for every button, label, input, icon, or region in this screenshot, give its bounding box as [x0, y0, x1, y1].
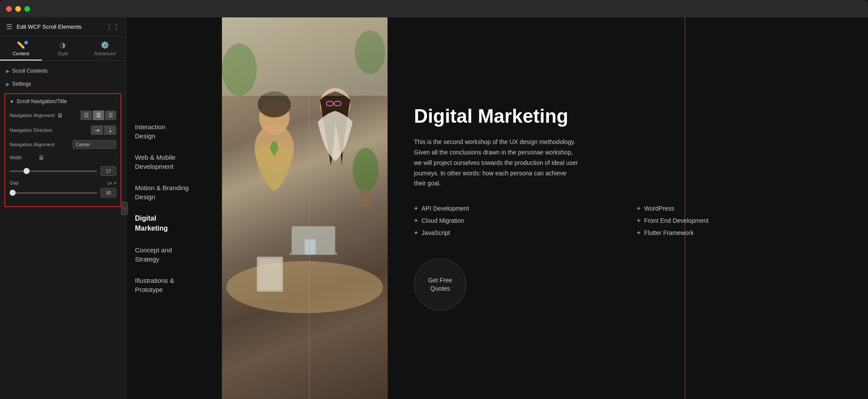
- tab-advanced[interactable]: ⚙️ Advanced: [84, 37, 126, 60]
- settings-section[interactable]: ▶ Settings: [0, 77, 126, 91]
- divider-right: [685, 17, 685, 399]
- app-container: ☰ Edit WCF Scroll Elements ⋮⋮ ✏️ Content…: [0, 17, 868, 399]
- feature-cloud: + Cloud Migration: [414, 217, 619, 225]
- gap-slider[interactable]: [10, 192, 97, 194]
- close-button[interactable]: [6, 6, 12, 12]
- width-label: Width: [10, 155, 36, 160]
- settings-arrow: ▶: [6, 82, 10, 87]
- nav-alignment-row-2: Navigation Alignment Center Left Right: [10, 140, 116, 149]
- photo-placeholder: [222, 17, 387, 399]
- svg-rect-12: [361, 189, 370, 207]
- cta-button[interactable]: Get FreeQuotes: [414, 258, 466, 311]
- width-slider-row: 17: [10, 166, 116, 176]
- px-dropdown-arrow[interactable]: ▾: [114, 181, 116, 185]
- features-grid: + API Development + WordPress + Cloud Mi…: [414, 205, 842, 237]
- width-row: Width 🖥: [10, 154, 116, 161]
- feature-frontend-label: Front End Development: [644, 217, 709, 224]
- image-panel: [222, 17, 387, 399]
- nav-item-interaction[interactable]: InteractionDesign: [135, 116, 213, 147]
- cta-button-label: Get FreeQuotes: [428, 276, 452, 293]
- scroll-contents-label: Scroll Contents: [12, 68, 47, 74]
- window-chrome: [0, 0, 868, 17]
- scroll-nav-header[interactable]: ▼ Scroll Navigation/Title: [10, 98, 116, 104]
- tab-content-label: Content: [13, 51, 30, 56]
- feature-plus-frontend: +: [637, 217, 641, 225]
- align-center-btn[interactable]: ☰: [93, 111, 104, 120]
- scroll-nav-arrow: ▼: [10, 99, 14, 104]
- grid-icon[interactable]: ⋮⋮: [106, 23, 120, 31]
- tab-style-label: Style: [57, 51, 68, 56]
- nav-alignment-label-1: Navigation Alignment: [10, 113, 54, 118]
- nav-item-illustrations[interactable]: Illustrations &Prototype: [135, 270, 213, 300]
- gap-label: Gap: [10, 180, 36, 185]
- feature-plus-flutter: +: [637, 229, 641, 237]
- feature-plus-api: +: [414, 205, 418, 212]
- nav-item-concept-strategy[interactable]: Concept andStrategy: [135, 239, 213, 270]
- content-description: This is the second workshop of the UX de…: [414, 137, 579, 189]
- advanced-tab-icon: ⚙️: [101, 41, 109, 49]
- nav-panel: InteractionDesign Web & MobileDevelopmen…: [126, 17, 222, 399]
- gap-value: 30: [101, 188, 116, 198]
- align-left-btn[interactable]: ☰: [81, 111, 92, 120]
- nav-item-web-mobile-label: Web & MobileDevelopment: [135, 154, 175, 170]
- direction-btn-group: ⇥ ⇣: [91, 125, 116, 135]
- nav-alignment-select[interactable]: Center Left Right: [73, 140, 116, 149]
- px-label: px: [108, 181, 112, 185]
- nav-item-digital-marketing[interactable]: DigitalMarketing: [135, 208, 213, 239]
- feature-flutter: + Flutter Framework: [637, 229, 842, 237]
- tab-content[interactable]: ✏️ Content: [0, 37, 42, 60]
- scroll-nav-title: Scroll Navigation/Title: [17, 98, 67, 104]
- collapse-sidebar-btn[interactable]: ‹: [121, 202, 128, 215]
- monitor-icon-1: 🖥: [57, 112, 63, 119]
- nav-item-motion-branding[interactable]: Motion & BrandingDesign: [135, 177, 213, 208]
- nav-alignment-row-1: Navigation Alignment 🖥 ☰ ☰ ☰: [10, 111, 116, 120]
- tabs-row: ✏️ Content ◑ Style ⚙️ Advanced: [0, 37, 126, 61]
- width-slider[interactable]: [10, 171, 97, 172]
- svg-point-1: [226, 261, 383, 313]
- nav-alignment-label-2: Navigation Alignment: [10, 142, 54, 147]
- direction-horizontal-btn[interactable]: ⇥: [91, 125, 103, 135]
- width-value: 17: [101, 166, 116, 176]
- nav-item-concept-strategy-label: Concept andStrategy: [135, 246, 172, 263]
- sidebar-header: ☰ Edit WCF Scroll Elements ⋮⋮: [0, 17, 126, 37]
- sidebar: ☰ Edit WCF Scroll Elements ⋮⋮ ✏️ Content…: [0, 17, 126, 399]
- direction-vertical-btn[interactable]: ⇣: [104, 125, 116, 135]
- feature-plus-cloud: +: [414, 217, 418, 225]
- minimize-button[interactable]: [15, 6, 21, 12]
- tab-advanced-label: Advanced: [94, 51, 115, 56]
- svg-rect-15: [305, 239, 316, 255]
- feature-api: + API Development: [414, 205, 619, 212]
- svg-point-18: [355, 30, 385, 74]
- feature-api-label: API Development: [421, 205, 469, 212]
- align-btn-group-1: ☰ ☰ ☰: [81, 111, 116, 120]
- maximize-button[interactable]: [24, 6, 30, 12]
- feature-cloud-label: Cloud Migration: [421, 217, 464, 224]
- nav-item-illustrations-label: Illustrations &Prototype: [135, 277, 174, 293]
- nav-item-digital-marketing-label: DigitalMarketing: [135, 215, 168, 231]
- main-content: InteractionDesign Web & MobileDevelopmen…: [126, 17, 868, 399]
- content-title: Digital Marketing: [414, 106, 842, 127]
- align-right-btn[interactable]: ☰: [105, 111, 116, 120]
- feature-plus-js: +: [414, 229, 418, 237]
- scroll-contents-arrow: ▶: [6, 69, 10, 74]
- feature-flutter-label: Flutter Framework: [644, 229, 694, 236]
- feature-wordpress: + WordPress: [637, 205, 842, 212]
- scroll-contents-section[interactable]: ▶ Scroll Contents: [0, 64, 126, 77]
- style-tab-icon: ◑: [60, 41, 66, 49]
- width-container: Width 🖥 17: [10, 154, 116, 176]
- content-panel: Digital Marketing This is the second wor…: [387, 17, 868, 399]
- divider-left: [309, 17, 310, 399]
- hamburger-icon[interactable]: ☰: [6, 23, 12, 31]
- feature-frontend: + Front End Development: [637, 217, 842, 225]
- feature-javascript-label: JavaScript: [421, 229, 450, 236]
- sidebar-title: Edit WCF Scroll Elements: [17, 23, 101, 30]
- nav-direction-label: Navigation Direction: [10, 127, 52, 133]
- gap-container: Gap px ▾ 30: [10, 180, 116, 198]
- feature-wordpress-label: WordPress: [644, 205, 674, 212]
- svg-rect-14: [259, 259, 281, 289]
- feature-javascript: + JavaScript: [414, 229, 619, 237]
- gap-row: Gap px ▾: [10, 180, 116, 185]
- tab-style[interactable]: ◑ Style: [42, 37, 84, 60]
- nav-item-web-mobile[interactable]: Web & MobileDevelopment: [135, 147, 213, 177]
- blue-dot-indicator: [24, 41, 28, 44]
